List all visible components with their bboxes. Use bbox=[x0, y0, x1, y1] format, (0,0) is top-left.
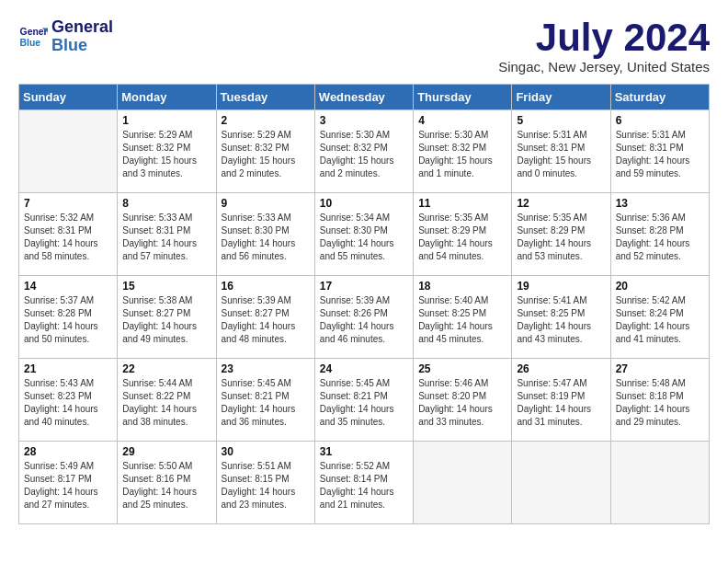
day-info: Sunrise: 5:43 AMSunset: 8:23 PMDaylight:… bbox=[24, 377, 112, 429]
calendar-cell: 17Sunrise: 5:39 AMSunset: 8:26 PMDayligh… bbox=[314, 276, 413, 359]
day-number: 30 bbox=[222, 445, 310, 458]
day-info: Sunrise: 5:31 AMSunset: 8:31 PMDaylight:… bbox=[616, 129, 704, 180]
day-number: 26 bbox=[517, 362, 605, 375]
day-number: 25 bbox=[418, 362, 506, 375]
day-number: 28 bbox=[24, 445, 112, 458]
calendar-cell: 27Sunrise: 5:48 AMSunset: 8:18 PMDayligh… bbox=[610, 359, 709, 442]
calendar-cell: 18Sunrise: 5:40 AMSunset: 8:25 PMDayligh… bbox=[414, 276, 512, 359]
day-info: Sunrise: 5:38 AMSunset: 8:27 PMDaylight:… bbox=[122, 294, 210, 346]
day-number: 15 bbox=[122, 280, 210, 293]
weekday-header-thursday: Thursday bbox=[414, 85, 512, 110]
day-info: Sunrise: 5:48 AMSunset: 8:18 PMDaylight:… bbox=[616, 377, 704, 429]
calendar-cell: 7Sunrise: 5:32 AMSunset: 8:31 PMDaylight… bbox=[19, 193, 118, 276]
calendar-body: 1Sunrise: 5:29 AMSunset: 8:32 PMDaylight… bbox=[19, 110, 710, 524]
day-info: Sunrise: 5:39 AMSunset: 8:26 PMDaylight:… bbox=[320, 294, 408, 346]
day-number: 29 bbox=[122, 445, 210, 458]
day-number: 16 bbox=[222, 280, 310, 293]
calendar-cell: 31Sunrise: 5:52 AMSunset: 8:14 PMDayligh… bbox=[314, 442, 413, 524]
day-info: Sunrise: 5:34 AMSunset: 8:30 PMDaylight:… bbox=[320, 212, 408, 263]
day-number: 21 bbox=[24, 362, 112, 375]
weekday-header-sunday: Sunday bbox=[19, 85, 118, 110]
calendar-cell: 25Sunrise: 5:46 AMSunset: 8:20 PMDayligh… bbox=[414, 359, 512, 442]
day-info: Sunrise: 5:42 AMSunset: 8:24 PMDaylight:… bbox=[616, 294, 704, 346]
calendar-cell: 3Sunrise: 5:30 AMSunset: 8:32 PMDaylight… bbox=[314, 110, 413, 193]
day-number: 2 bbox=[222, 114, 310, 127]
calendar-cell: 19Sunrise: 5:41 AMSunset: 8:25 PMDayligh… bbox=[512, 276, 610, 359]
day-info: Sunrise: 5:46 AMSunset: 8:20 PMDaylight:… bbox=[418, 377, 506, 429]
day-number: 4 bbox=[418, 114, 506, 127]
calendar-cell: 13Sunrise: 5:36 AMSunset: 8:28 PMDayligh… bbox=[610, 193, 709, 276]
weekday-header-saturday: Saturday bbox=[610, 85, 709, 110]
calendar-cell: 28Sunrise: 5:49 AMSunset: 8:17 PMDayligh… bbox=[19, 442, 118, 524]
weekday-header-tuesday: Tuesday bbox=[216, 85, 314, 110]
week-row-5: 28Sunrise: 5:49 AMSunset: 8:17 PMDayligh… bbox=[19, 442, 710, 524]
calendar-cell bbox=[512, 442, 610, 524]
calendar-cell bbox=[610, 442, 709, 524]
calendar-cell bbox=[19, 110, 118, 193]
calendar-header-row: SundayMondayTuesdayWednesdayThursdayFrid… bbox=[19, 85, 710, 110]
calendar-cell: 20Sunrise: 5:42 AMSunset: 8:24 PMDayligh… bbox=[610, 276, 709, 359]
calendar-cell: 14Sunrise: 5:37 AMSunset: 8:28 PMDayligh… bbox=[19, 276, 118, 359]
day-number: 14 bbox=[24, 280, 112, 293]
weekday-header-wednesday: Wednesday bbox=[314, 85, 413, 110]
day-number: 19 bbox=[517, 280, 605, 293]
calendar-cell: 30Sunrise: 5:51 AMSunset: 8:15 PMDayligh… bbox=[216, 442, 314, 524]
day-info: Sunrise: 5:40 AMSunset: 8:25 PMDaylight:… bbox=[418, 294, 506, 346]
calendar-cell: 4Sunrise: 5:30 AMSunset: 8:32 PMDaylight… bbox=[414, 110, 512, 193]
day-info: Sunrise: 5:51 AMSunset: 8:15 PMDaylight:… bbox=[222, 460, 310, 511]
day-number: 20 bbox=[616, 280, 704, 293]
day-info: Sunrise: 5:36 AMSunset: 8:28 PMDaylight:… bbox=[616, 212, 704, 263]
day-number: 10 bbox=[320, 197, 408, 210]
day-info: Sunrise: 5:45 AMSunset: 8:21 PMDaylight:… bbox=[320, 377, 408, 429]
logo-icon: General Blue bbox=[18, 22, 48, 52]
day-number: 13 bbox=[616, 197, 704, 210]
calendar-cell: 16Sunrise: 5:39 AMSunset: 8:27 PMDayligh… bbox=[216, 276, 314, 359]
day-info: Sunrise: 5:32 AMSunset: 8:31 PMDaylight:… bbox=[24, 212, 112, 263]
day-info: Sunrise: 5:37 AMSunset: 8:28 PMDaylight:… bbox=[24, 294, 112, 346]
day-info: Sunrise: 5:39 AMSunset: 8:27 PMDaylight:… bbox=[222, 294, 310, 346]
day-info: Sunrise: 5:47 AMSunset: 8:19 PMDaylight:… bbox=[517, 377, 605, 429]
title-block: July 2024 Singac, New Jersey, United Sta… bbox=[498, 18, 710, 75]
page-header: General Blue General Blue July 2024 Sing… bbox=[18, 18, 710, 75]
day-number: 18 bbox=[418, 280, 506, 293]
week-row-2: 7Sunrise: 5:32 AMSunset: 8:31 PMDaylight… bbox=[19, 193, 710, 276]
day-info: Sunrise: 5:31 AMSunset: 8:31 PMDaylight:… bbox=[517, 129, 605, 180]
day-info: Sunrise: 5:30 AMSunset: 8:32 PMDaylight:… bbox=[320, 129, 408, 180]
day-info: Sunrise: 5:49 AMSunset: 8:17 PMDaylight:… bbox=[24, 460, 112, 511]
week-row-4: 21Sunrise: 5:43 AMSunset: 8:23 PMDayligh… bbox=[19, 359, 710, 442]
calendar-cell: 1Sunrise: 5:29 AMSunset: 8:32 PMDaylight… bbox=[118, 110, 216, 193]
day-info: Sunrise: 5:35 AMSunset: 8:29 PMDaylight:… bbox=[418, 212, 506, 263]
weekday-header-monday: Monday bbox=[118, 85, 216, 110]
day-info: Sunrise: 5:44 AMSunset: 8:22 PMDaylight:… bbox=[122, 377, 210, 429]
day-number: 9 bbox=[222, 197, 310, 210]
calendar-cell: 6Sunrise: 5:31 AMSunset: 8:31 PMDaylight… bbox=[610, 110, 709, 193]
week-row-3: 14Sunrise: 5:37 AMSunset: 8:28 PMDayligh… bbox=[19, 276, 710, 359]
calendar-cell bbox=[414, 442, 512, 524]
location: Singac, New Jersey, United States bbox=[498, 59, 710, 75]
day-number: 7 bbox=[24, 197, 112, 210]
calendar-cell: 8Sunrise: 5:33 AMSunset: 8:31 PMDaylight… bbox=[118, 193, 216, 276]
day-number: 8 bbox=[122, 197, 210, 210]
month-title: July 2024 bbox=[498, 18, 710, 57]
weekday-header-friday: Friday bbox=[512, 85, 610, 110]
day-number: 24 bbox=[320, 362, 408, 375]
day-number: 31 bbox=[320, 445, 408, 458]
day-info: Sunrise: 5:30 AMSunset: 8:32 PMDaylight:… bbox=[418, 129, 506, 180]
day-info: Sunrise: 5:52 AMSunset: 8:14 PMDaylight:… bbox=[320, 460, 408, 511]
day-number: 3 bbox=[320, 114, 408, 127]
logo-text: General Blue bbox=[51, 18, 113, 55]
calendar-cell: 11Sunrise: 5:35 AMSunset: 8:29 PMDayligh… bbox=[414, 193, 512, 276]
day-info: Sunrise: 5:33 AMSunset: 8:31 PMDaylight:… bbox=[122, 212, 210, 263]
day-number: 5 bbox=[517, 114, 605, 127]
day-info: Sunrise: 5:33 AMSunset: 8:30 PMDaylight:… bbox=[222, 212, 310, 263]
calendar-cell: 12Sunrise: 5:35 AMSunset: 8:29 PMDayligh… bbox=[512, 193, 610, 276]
calendar-cell: 24Sunrise: 5:45 AMSunset: 8:21 PMDayligh… bbox=[314, 359, 413, 442]
calendar-cell: 5Sunrise: 5:31 AMSunset: 8:31 PMDaylight… bbox=[512, 110, 610, 193]
calendar-table: SundayMondayTuesdayWednesdayThursdayFrid… bbox=[18, 84, 710, 524]
calendar-cell: 22Sunrise: 5:44 AMSunset: 8:22 PMDayligh… bbox=[118, 359, 216, 442]
day-number: 27 bbox=[616, 362, 704, 375]
day-info: Sunrise: 5:41 AMSunset: 8:25 PMDaylight:… bbox=[517, 294, 605, 346]
day-info: Sunrise: 5:29 AMSunset: 8:32 PMDaylight:… bbox=[122, 129, 210, 180]
svg-text:Blue: Blue bbox=[20, 37, 41, 47]
calendar-cell: 23Sunrise: 5:45 AMSunset: 8:21 PMDayligh… bbox=[216, 359, 314, 442]
